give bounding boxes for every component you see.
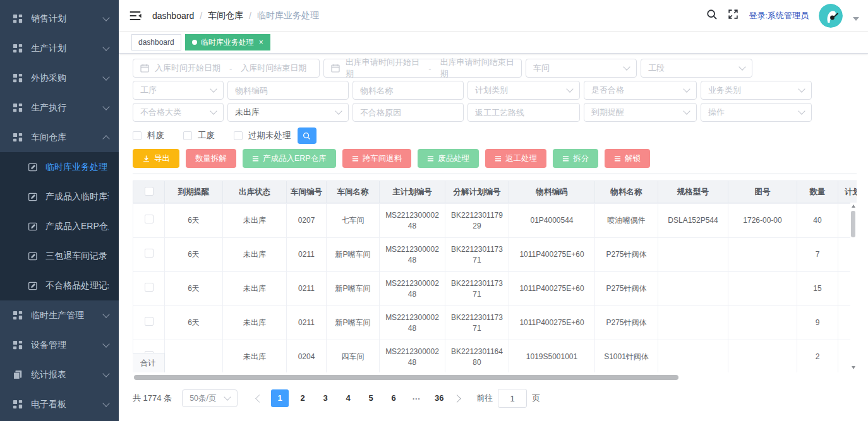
page-5[interactable]: 5 [362,389,380,407]
vertical-scrollbar-thumb[interactable] [851,211,855,237]
operation-select[interactable]: 操作 [701,103,812,122]
in-date-start-placeholder: 入库时间开始日期 [155,62,220,74]
unlock-button[interactable]: 解锁 [605,149,650,168]
sidebar-item-product-into-erp[interactable]: 产成品入ERP仓库记录 [0,211,119,241]
defect-reason-input[interactable] [353,103,464,122]
cross-workshop-return-button[interactable]: 跨车间退料 [342,149,412,168]
tags-view: dashboard 临时库业务处理 × [119,32,868,54]
due-reminder-select[interactable]: 到期提醒 [584,103,697,122]
sidebar-item-temp-production[interactable]: 临时生产管理 [0,300,119,330]
scroll-up-icon[interactable] [852,205,855,208]
main-area: dashboard / 车间仓库 / 临时库业务处理 登录:系统管理员 dash… [119,0,868,421]
rework-route-input[interactable] [467,103,580,122]
select-placeholder: 操作 [708,107,725,118]
prev-page-button[interactable] [255,394,263,403]
close-icon[interactable]: × [259,39,263,46]
material-name-input[interactable] [353,81,464,100]
cell [165,340,223,373]
process-select[interactable]: 工序 [133,81,224,100]
sidebar-item-statistics-report[interactable]: 统计报表 [0,360,119,389]
in-date-range-picker[interactable]: 入库时间开始日期 - 入库时间结束日期 [133,59,320,78]
search-button[interactable] [298,127,316,144]
page-size-value: 50条/页 [190,393,216,404]
more-pages-icon[interactable]: ··· [407,394,425,403]
select-placeholder: 工段 [648,62,665,74]
tab-dashboard[interactable]: dashboard [131,34,181,50]
checkbox-icon[interactable] [183,131,192,140]
quantity-split-button[interactable]: 数量拆解 [186,149,236,168]
avatar[interactable] [819,4,843,28]
page-3[interactable]: 3 [316,389,334,407]
sidebar-item-product-into-temp[interactable]: 产成品入临时库记录 [0,182,119,211]
cell: 未出库 [223,340,287,373]
row-select-cell [133,306,165,340]
tab-temp-warehouse-business[interactable]: 临时库业务处理 × [185,34,270,50]
scrap-handle-button[interactable]: 废品处理 [418,149,479,168]
page-2[interactable]: 2 [294,389,311,407]
process-scrap-checkbox[interactable]: 工废 [183,130,215,141]
edit-icon [28,251,37,261]
to-erp-warehouse-button[interactable]: 产成品入ERP仓库 [243,149,336,168]
breadcrumb-dashboard[interactable]: dashboard [152,11,194,21]
cell: 0211 [287,306,327,340]
checkbox-icon[interactable] [133,131,142,140]
cell: P275针阀体 [595,306,658,340]
sidebar-item-label: 生产计划 [31,43,104,54]
defect-category-select[interactable]: 不合格大类 [133,103,224,122]
cell: 1011P400275E+60 [509,238,595,272]
qualified-select[interactable]: 是否合格 [584,81,697,100]
sidebar-item-outsourcing[interactable]: 外协采购 [0,63,119,93]
filter-row-1: 入库时间开始日期 - 入库时间结束日期 出库申请时间开始日期 - 出库申请时间结… [133,59,857,78]
filter-row-3: 不合格大类 未出库 到期提醒 操作 [133,103,857,122]
cell [728,238,797,272]
sidebar-item-temp-warehouse-business[interactable]: 临时库业务处理 [0,152,119,182]
select-all-checkbox[interactable] [145,187,154,196]
chevron-down-icon [102,73,109,80]
material-scrap-checkbox[interactable]: 料废 [133,130,164,141]
checkbox-icon[interactable] [234,131,243,140]
material-code-input[interactable] [227,81,349,100]
chevron-down-icon[interactable] [853,17,859,21]
business-type-select[interactable]: 业务类别 [701,81,812,100]
hamburger-icon[interactable] [128,9,142,23]
page-36[interactable]: 36 [430,389,448,407]
search-icon[interactable] [706,9,718,23]
row-checkbox[interactable] [145,249,154,258]
button-label: 导出 [154,153,170,164]
export-button[interactable]: 导出 [133,149,179,168]
fullscreen-icon[interactable] [728,9,738,22]
rework-handle-button[interactable]: 返工处理 [485,149,546,168]
outbound-status-select[interactable]: 未出库 [227,103,349,122]
sidebar-item-equipment[interactable]: 设备管理 [0,330,119,360]
sidebar-item-label: 产成品入ERP仓库记录 [45,221,109,232]
login-user-label[interactable]: 登录:系统管理员 [749,10,809,21]
row-checkbox[interactable] [145,215,154,223]
plan-type-select[interactable]: 计划类别 [467,81,580,100]
goto-page-input[interactable] [498,389,527,408]
overdue-unhandled-checkbox[interactable]: 过期未处理 [234,130,291,141]
sidebar-item-sales-plan[interactable]: 销售计划 [0,4,119,33]
sidebar-item-production-exec[interactable]: 生产执行 [0,93,119,122]
page-1[interactable]: 1 [271,389,289,407]
sidebar-item-defective-records[interactable]: 不合格品处理记录 [0,271,119,300]
sidebar-item-dashboard-board[interactable]: 电子看板 [0,389,119,419]
cell: DSLA152P544 [658,204,728,238]
page-size-select[interactable]: 50条/页 [182,389,238,407]
sidebar-item-workshop-warehouse[interactable]: 车间仓库 [0,122,119,152]
page-6[interactable]: 6 [385,389,402,407]
breadcrumb-workshop-warehouse[interactable]: 车间仓库 [208,10,243,21]
sidebar-item-production-plan[interactable]: 生产计划 [0,33,119,63]
cell: MS221230000248 [380,204,445,238]
scroll-down-icon[interactable] [852,366,855,369]
workshop-select[interactable]: 车间 [526,59,637,78]
page-4[interactable]: 4 [339,389,357,407]
next-page-button[interactable] [453,394,461,403]
split-button[interactable]: 拆分 [553,149,598,168]
section-select[interactable]: 工段 [641,59,752,78]
sidebar-item-warranty-return[interactable]: 三包退车间记录 [0,241,119,271]
horizontal-scrollbar-thumb[interactable] [134,375,678,380]
row-checkbox[interactable] [145,317,154,326]
row-checkbox[interactable] [145,283,154,292]
chevron-down-icon [683,85,690,92]
out-date-range-picker[interactable]: 出库申请时间开始日期 - 出库申请时间结束日期 [323,59,522,78]
